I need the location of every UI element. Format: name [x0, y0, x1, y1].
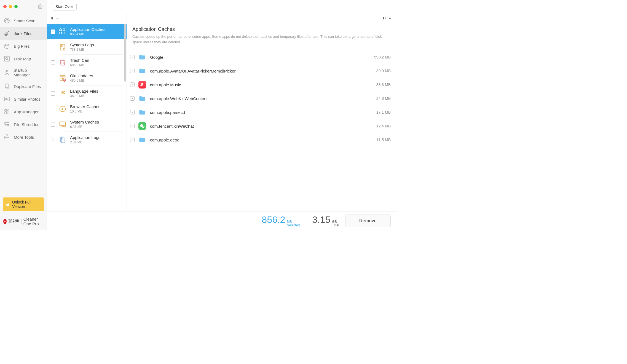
category-item[interactable]: Old Updates480.5 MB: [47, 70, 127, 85]
sidebar-item-app-manager[interactable]: App Manager: [0, 105, 47, 118]
category-checkbox[interactable]: [51, 122, 55, 127]
svg-rect-14: [5, 109, 7, 111]
support-icon[interactable]: [37, 4, 43, 10]
sidebar-item-label: Junk Files: [14, 31, 33, 36]
sidebar-item-similar-photos[interactable]: Similar Photos: [0, 93, 47, 105]
category-item[interactable]: System Logs738.1 MB: [47, 39, 127, 55]
category-size: 2.81 MB: [70, 140, 100, 144]
category-checkbox[interactable]: [51, 76, 55, 80]
detail-item-size: 39.9 MB: [376, 69, 391, 73]
scrollbar[interactable]: [124, 24, 126, 82]
start-over-button[interactable]: Start Over: [52, 3, 77, 10]
total-size-metric: 3.15 GB Total: [312, 214, 339, 227]
sidebar-item-more-tools[interactable]: More Tools: [0, 131, 47, 143]
detail-item[interactable]: com.tencent.xinWeChat12.4 MB: [130, 119, 391, 133]
sidebar-item-smart-scan[interactable]: Smart Scan: [0, 14, 47, 27]
detail-checkbox[interactable]: [130, 110, 135, 114]
category-title: Application Caches: [70, 27, 105, 32]
svg-rect-45: [385, 20, 385, 20]
detail-item[interactable]: Google590.2 MB: [130, 50, 391, 64]
category-item[interactable]: Application Logs2.81 MB: [47, 132, 127, 147]
detail-checkbox[interactable]: [130, 82, 135, 87]
unlock-full-version-button[interactable]: Unlock Full Version: [3, 197, 44, 211]
category-size: 6.31 MB: [70, 125, 99, 129]
category-checkbox[interactable]: [51, 60, 55, 65]
sidebar-item-startup-manager[interactable]: Startup Manager: [0, 65, 47, 80]
sidebar-item-label: Smart Scan: [14, 18, 35, 23]
sidebar-item-junk-files[interactable]: Junk Files: [0, 27, 47, 40]
sidebar-item-big-files[interactable]: Big Files: [0, 40, 47, 52]
minimize-window-button[interactable]: [9, 5, 12, 8]
category-icon: [58, 105, 67, 113]
sidebar-item-duplicate-files[interactable]: Duplicate Files: [0, 80, 47, 93]
category-item[interactable]: Trash Can685.9 MB: [47, 55, 127, 70]
svg-point-51: [143, 126, 144, 127]
detail-checkbox[interactable]: [130, 138, 135, 142]
svg-rect-27: [60, 28, 62, 31]
category-icon: [58, 58, 67, 67]
category-checkbox[interactable]: [51, 30, 55, 34]
music-app-icon: [138, 81, 146, 89]
categories-list[interactable]: Application Caches853.4 MBSystem Logs738…: [47, 24, 127, 211]
brand-divider: [21, 219, 22, 224]
detail-checkbox[interactable]: [130, 124, 135, 128]
category-title: Browser Caches: [70, 104, 100, 109]
detail-checkbox[interactable]: [130, 55, 135, 59]
footer: 856.2 MB Selected 3.15 GB Total Remove: [47, 211, 396, 230]
detail-item[interactable]: com.apple.Music38.3 MB: [130, 78, 391, 92]
category-checkbox[interactable]: [51, 45, 55, 49]
detail-item-size: 12.4 MB: [376, 124, 391, 128]
svg-point-50: [143, 126, 143, 127]
magnify-icon: [3, 55, 10, 62]
main-header: Start Over: [47, 0, 396, 13]
detail-item[interactable]: com.apple.geod11.5 MB: [130, 133, 391, 147]
detail-item[interactable]: com.apple.AvatarUI.AvatarPickerMemojiPic…: [130, 64, 391, 78]
remove-button[interactable]: Remove: [345, 215, 391, 227]
detail-checkbox[interactable]: [130, 69, 135, 73]
wechat-app-icon: [138, 122, 146, 130]
sidebar-item-disk-map[interactable]: Disk Map: [0, 52, 47, 65]
svg-rect-10: [5, 84, 8, 88]
product-name: Cleaner One Pro: [23, 217, 43, 226]
category-checkbox[interactable]: [51, 91, 55, 96]
detail-item-name: com.apple.WebKit.WebContent: [150, 96, 373, 101]
svg-rect-7: [4, 56, 9, 61]
detail-item[interactable]: com.apple.WebKit.WebContent24.3 MB: [130, 92, 391, 105]
svg-point-9: [6, 71, 7, 72]
detail-item-name: Google: [150, 55, 370, 60]
chevron-down-icon: [389, 18, 391, 19]
category-item[interactable]: Language Files369.2 MB: [47, 85, 127, 101]
apps-icon: [3, 108, 10, 115]
footer-divider: [306, 216, 306, 226]
sidebar: Smart Scan Junk Files Big Files Disk Map…: [0, 0, 47, 230]
category-view-toggle[interactable]: [51, 17, 59, 20]
content-split: Application Caches853.4 MBSystem Logs738…: [47, 13, 396, 211]
detail-title: Application Caches: [132, 26, 391, 32]
svg-point-0: [38, 5, 42, 9]
shredder-icon: [3, 121, 10, 128]
svg-rect-28: [63, 29, 65, 31]
svg-point-48: [141, 125, 141, 126]
detail-item-name: com.apple.AvatarUI.AvatarPickerMemojiPic…: [150, 69, 373, 73]
category-icon: [58, 43, 67, 51]
detail-view-toggle[interactable]: [383, 17, 391, 20]
category-checkbox[interactable]: [51, 138, 55, 142]
category-item[interactable]: System Caches6.31 MB: [47, 116, 127, 132]
sidebar-nav: Smart Scan Junk Files Big Files Disk Map…: [0, 13, 47, 195]
rocket-icon: [3, 69, 10, 76]
detail-checkbox[interactable]: [130, 96, 135, 101]
category-checkbox[interactable]: [51, 107, 55, 111]
folder-icon: [138, 108, 146, 116]
selected-size-value: 856.2: [262, 214, 285, 225]
window-controls: [3, 5, 18, 8]
sidebar-item-file-shredder[interactable]: File Shredder: [0, 118, 47, 131]
close-window-button[interactable]: [3, 5, 7, 8]
category-item[interactable]: Application Caches853.4 MB: [47, 24, 127, 39]
detail-list[interactable]: Google590.2 MBcom.apple.AvatarUI.AvatarP…: [127, 49, 396, 211]
maximize-window-button[interactable]: [14, 5, 18, 8]
detail-item[interactable]: com.apple.parsecd17.1 MB: [130, 105, 391, 119]
category-item[interactable]: Browser Caches10.5 MB: [47, 101, 127, 116]
category-size: 480.5 MB: [70, 79, 93, 82]
category-title: Trash Can: [70, 58, 89, 63]
svg-point-6: [6, 34, 7, 35]
